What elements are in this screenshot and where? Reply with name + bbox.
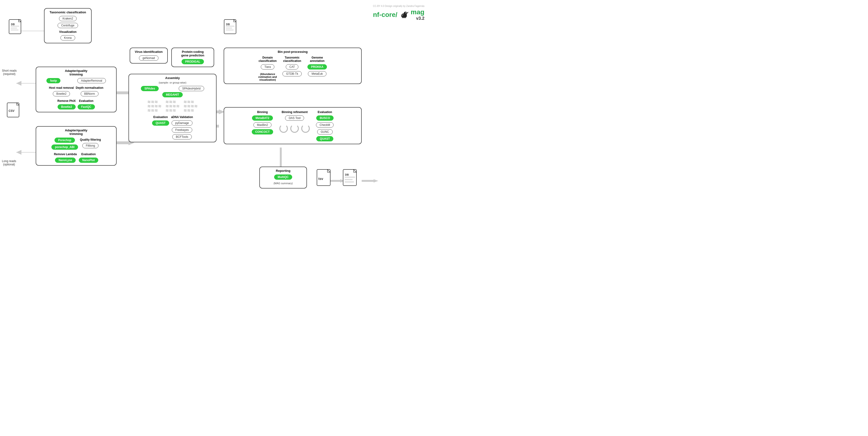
- binning-label: Binning: [257, 111, 268, 114]
- long-quality-box: Adapter/qualitytrimming Porechop porecho…: [36, 126, 117, 166]
- virus-box: Virus identification geNomad: [130, 48, 168, 64]
- svg-rect-38: [225, 30, 234, 30]
- long-trim-title: Adapter/qualitytrimming: [39, 128, 113, 136]
- short-fastp: fastp: [46, 78, 60, 83]
- eval2-label: Evaluation: [318, 111, 332, 114]
- long-qf-label: Quality filtering: [80, 138, 101, 142]
- svg-rect-37: [225, 28, 232, 29]
- svg-point-21: [404, 12, 407, 15]
- db-icon-bottom: DB: [343, 169, 357, 187]
- short-eval-label: Evaluation: [79, 99, 94, 102]
- db-icon-top: DB: [8, 19, 22, 35]
- short-phix-label: Remove PhiX: [57, 99, 76, 102]
- assembly-pydamage: pyDamage: [172, 120, 192, 126]
- tax-class-title: Taxonomic classification: [48, 10, 88, 14]
- svg-rect-45: [344, 177, 355, 178]
- genome-prokka: PROKKA: [307, 64, 327, 69]
- long-reads-label: Long reads(optional): [2, 159, 16, 166]
- long-eval-label: Evaluation: [82, 153, 96, 156]
- eval-checkm: CheckM: [316, 122, 334, 128]
- svg-text:tsv: tsv: [318, 177, 323, 181]
- short-depth-label: Depth normalisation: [76, 86, 103, 90]
- svg-rect-27: [10, 26, 20, 27]
- eval-busco: BUSCO: [316, 116, 334, 121]
- svg-text:DB: DB: [345, 173, 349, 176]
- binning-maxbin2: MaxBin2: [253, 122, 272, 128]
- assembly-quast: QUAST: [152, 120, 169, 126]
- short-bbnorm: BBNorm: [81, 91, 98, 96]
- long-lambda-label: Remove Lambda: [54, 153, 77, 156]
- svg-marker-19: [374, 179, 378, 183]
- protein-title: Protein-codinggene prediction: [175, 50, 211, 57]
- virus-title: Virus identification: [133, 50, 164, 54]
- binning-concoct: CONCOCT: [252, 129, 273, 134]
- tax-gtdbtk: GTDB-Tk: [282, 71, 302, 76]
- short-fastqc: FastQC: [78, 104, 95, 110]
- assembly-title: Assembly: [132, 76, 213, 80]
- binning-box: Binning MetaBAT2 MaxBin2 CONCOCT Binning…: [224, 107, 362, 144]
- svg-text:DB: DB: [226, 23, 230, 26]
- binning-metabat2: MetaBAT2: [252, 116, 273, 121]
- long-nanoplot: NanoPlot: [79, 158, 98, 163]
- assembly-freebayes: Freebayes: [172, 127, 192, 132]
- assembly-adna-label: aDNA Validation: [171, 116, 193, 119]
- reporting-subtitle: (MAG summary): [274, 182, 293, 185]
- svg-rect-47: [344, 181, 354, 183]
- genome-annot-label: Genomeannotation: [310, 56, 324, 63]
- short-adapterremoval: AdapterRemoval: [77, 78, 106, 83]
- spinner2: [290, 124, 299, 133]
- main-diagram: CC-BY 4.0 Design originally by Zandra Fa…: [0, 0, 434, 218]
- abundance-label: (Abundanceestimation andvisualization): [258, 72, 277, 81]
- credit-text: CC-BY 4.0 Design originally by Zandra Fa…: [373, 5, 425, 7]
- eval-gunc: GUNC: [317, 129, 333, 134]
- svg-rect-46: [344, 179, 352, 180]
- reporting-box: Reporting MultiQC (MAG summary): [259, 166, 307, 188]
- svg-rect-28: [10, 28, 17, 29]
- svg-text:DB: DB: [11, 23, 15, 26]
- svg-rect-29: [10, 30, 19, 30]
- bin-pp-title: Bin post-processing: [227, 50, 358, 54]
- virus-genomad: geNomad: [139, 56, 158, 61]
- svg-rect-36: [225, 26, 235, 27]
- svg-point-23: [405, 12, 406, 13]
- tax-class2-label: Taxonomicclassification: [283, 56, 301, 63]
- long-porechop: Porechop: [55, 137, 75, 143]
- tax-krona: Krona: [60, 35, 75, 40]
- tax-cat: CAT: [286, 64, 299, 69]
- assembly-bcftools: BCFTools: [172, 134, 192, 139]
- logo-bird-icon: [399, 9, 409, 20]
- spinner3: [301, 124, 310, 133]
- db-icon-right: DB: [224, 19, 237, 35]
- short-bowtie2-phix: Bowtie2: [58, 104, 76, 110]
- long-nanolyse: NanoLyse: [55, 158, 76, 163]
- short-reads-label: Short reads(required): [2, 69, 17, 76]
- tax-kraken2: Kraken2: [59, 16, 77, 21]
- protein-box: Protein-codinggene prediction PRODIGAL: [171, 48, 214, 67]
- logo-mag: mag: [411, 8, 425, 16]
- long-porechop-abi: porechop_ABI: [52, 145, 78, 150]
- eval-quast2: QUAST: [316, 136, 333, 142]
- reporting-multiqc: MultiQC: [274, 175, 292, 180]
- refinement-label: Binning refinement: [282, 111, 308, 114]
- genome-metaeuk: MetaEuk: [308, 71, 326, 76]
- spinner1: [279, 124, 288, 133]
- nfcore-logo: CC-BY 4.0 Design originally by Zandra Fa…: [373, 5, 425, 21]
- bin-postprocessing-box: Bin post-processing Domainclassification…: [224, 48, 362, 84]
- assembly-spadeshybrid: SPAdesHybrid: [179, 86, 204, 91]
- assembly-spades: SPAdes: [141, 86, 158, 91]
- short-host-label: Host read removal: [49, 86, 74, 90]
- short-quality-box: Adapter/qualitytrimming fastp AdapterRem…: [36, 67, 117, 112]
- assembly-megahit: MEGAHIT: [162, 92, 183, 97]
- refinement-dastool: DAS Tool: [285, 116, 304, 121]
- short-trim-title: Adapter/qualitytrimming: [39, 69, 113, 76]
- svg-text:CSV: CSV: [8, 109, 14, 113]
- logo-version: v3.2: [416, 16, 425, 21]
- logo-nfcore: nf-core/: [373, 11, 397, 19]
- reporting-title: Reporting: [263, 169, 304, 173]
- long-filtlong: Filtlong: [82, 143, 99, 148]
- domain-class-label: Domainclassification: [259, 56, 277, 63]
- assembly-box: Assembly (sample- or group-wise) SPAdes …: [128, 74, 217, 142]
- tax-viz-label: Visualization: [59, 30, 76, 34]
- tax-centrifuge: Centrifuge: [58, 23, 78, 28]
- assembly-subtitle: (sample- or group-wise): [132, 81, 213, 84]
